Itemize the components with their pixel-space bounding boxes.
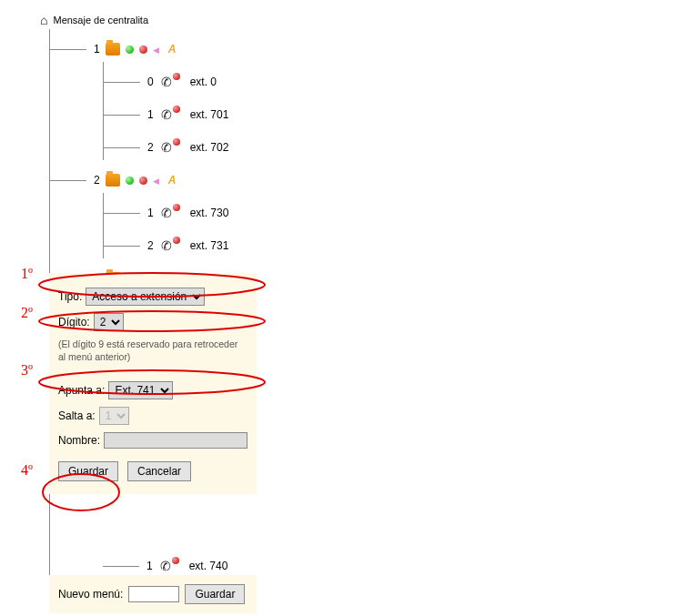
new-menu-bar: Nuevo menú: Guardar xyxy=(49,575,257,613)
annotation-4: 4º xyxy=(21,462,33,479)
nombre-label: Nombre: xyxy=(58,434,100,447)
digit-label: 1 xyxy=(147,560,153,572)
cancelar-button[interactable]: Cancelar xyxy=(127,461,191,481)
digito-select[interactable]: 2 xyxy=(94,313,124,331)
ext-label: ext. 0 xyxy=(190,76,217,88)
status-dot-green xyxy=(126,45,134,54)
tree-ext-row[interactable]: 1 ✆ ext. 701 xyxy=(104,95,228,127)
apunta-select[interactable]: Ext. 741 xyxy=(108,381,173,399)
ext-label: ext. 731 xyxy=(190,239,229,252)
status-dot-red xyxy=(173,106,180,113)
status-dot-red xyxy=(173,204,180,211)
tipo-label: Tipo: xyxy=(58,290,82,303)
digit-label: 2 xyxy=(94,174,100,187)
nuevo-menu-guardar-button[interactable]: Guardar xyxy=(185,584,245,604)
annotation-1: 1º xyxy=(21,266,33,282)
salta-select: 1 xyxy=(99,407,129,425)
annotation-3: 3º xyxy=(21,362,33,379)
phone-icon: ✆ xyxy=(161,140,172,155)
status-dot-red xyxy=(172,557,179,564)
digit-label: 2 xyxy=(147,141,154,154)
tipo-select[interactable]: Acceso a extensión xyxy=(86,288,205,306)
digit-label: 1 xyxy=(147,108,154,121)
digito-note: (El dígito 9 está reservado para retroce… xyxy=(58,338,248,363)
folder-icon xyxy=(106,43,120,56)
folder-icon xyxy=(106,174,120,187)
status-dot-red xyxy=(173,138,180,146)
ext-label: ext. 740 xyxy=(189,560,228,572)
digito-label: Dígito: xyxy=(58,316,90,328)
tree-ext-row[interactable]: 2 ✆ ext. 731 xyxy=(104,226,228,258)
status-dot-red xyxy=(139,177,147,185)
a-icon: A xyxy=(168,174,177,187)
tree-ext-row[interactable]: 1 ✆ ext. 730 xyxy=(104,193,228,226)
tree-menu-2[interactable]: 2 A 1 ✆ ext. 730 2 xyxy=(50,160,228,258)
nuevo-menu-input[interactable] xyxy=(128,586,179,602)
status-dot-red xyxy=(173,237,180,244)
annotation-2: 2º xyxy=(21,305,33,321)
tree-menu-1[interactable]: 1 A 0 ✆ ext. 0 1 xyxy=(50,29,228,160)
tree-ext-row[interactable]: 1 ✆ ext. 740 xyxy=(103,546,228,579)
digit-label: 2 xyxy=(147,239,154,252)
status-dot-green xyxy=(126,177,134,185)
tree-ext-row[interactable]: 0 ✆ ext. 0 xyxy=(104,62,228,95)
status-dot-red xyxy=(173,73,180,80)
a-icon: A xyxy=(168,43,177,56)
edit-form-panel: Tipo: Acceso a extensión Dígito: 2 (El d… xyxy=(49,273,257,494)
phone-icon: ✆ xyxy=(161,107,172,122)
apunta-label: Apunta a: xyxy=(58,384,105,397)
digit-label: 0 xyxy=(147,76,154,88)
root-label: Mensaje de centralita xyxy=(53,15,148,25)
status-dot-red xyxy=(139,45,147,54)
home-icon: ⌂ xyxy=(40,13,47,27)
speaker-icon xyxy=(153,45,163,54)
tree-ext-row[interactable]: 2 ✆ ext. 702 xyxy=(104,127,228,160)
nombre-input[interactable] xyxy=(104,432,248,449)
ext-label: ext. 730 xyxy=(190,207,229,219)
ext-label: ext. 702 xyxy=(190,141,229,154)
phone-icon: ✆ xyxy=(160,559,171,573)
digit-label: 1 xyxy=(94,43,100,56)
speaker-icon xyxy=(153,177,163,185)
nuevo-menu-label: Nuevo menú: xyxy=(58,588,123,601)
salta-label: Salta a: xyxy=(58,409,96,422)
ext-label: ext. 701 xyxy=(190,108,229,121)
phone-icon: ✆ xyxy=(161,238,172,253)
phone-icon: ✆ xyxy=(161,206,172,220)
guardar-button[interactable]: Guardar xyxy=(58,461,118,481)
phone-icon: ✆ xyxy=(161,75,172,89)
digit-label: 1 xyxy=(147,207,154,219)
